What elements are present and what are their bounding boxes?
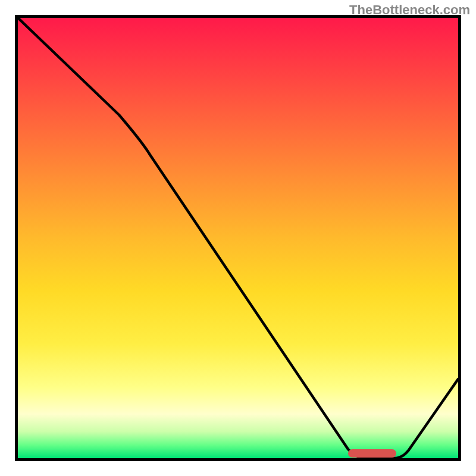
optimal-zone-marker — [348, 449, 396, 458]
plot-area — [15, 15, 461, 461]
bottleneck-curve-path — [18, 18, 458, 458]
bottleneck-curve-svg — [18, 18, 458, 458]
watermark-text: TheBottleneck.com — [349, 2, 470, 18]
